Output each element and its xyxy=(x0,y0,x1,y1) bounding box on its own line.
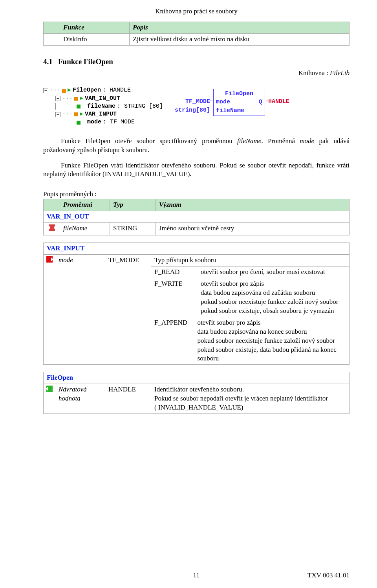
th-typ: Typ xyxy=(110,199,156,211)
leaf-icon xyxy=(77,121,81,125)
fb-port-mode: mode xyxy=(214,98,230,107)
fread-desc: otevřít soubor pro čtení, soubor musí ex… xyxy=(201,268,325,277)
funkce-table: Funkce Popis DiskInfo Zjistit velikost d… xyxy=(43,22,350,46)
tree-filename: │ fileName : STRING [80] xyxy=(43,103,163,110)
library-line: Knihovna : FileLib xyxy=(43,69,350,78)
fb-port-filename: fileName xyxy=(214,107,244,116)
fwrite-name: F_WRITE xyxy=(154,279,194,316)
var-in-out-row: VAR_IN_OUT xyxy=(44,211,350,223)
expand-icon: − xyxy=(55,112,60,117)
fread-name: F_READ xyxy=(154,268,194,277)
section-number: 4.1 xyxy=(43,57,53,66)
fappend-desc: otevřít soubor pro zápis data budou zapi… xyxy=(198,318,346,364)
page-number: 11 xyxy=(146,571,247,580)
block-icon xyxy=(62,89,66,93)
doc-number: TXV 003 41.01 xyxy=(249,571,350,580)
tree-var-input: −··· ▶ VAR_INPUT xyxy=(43,110,163,118)
leaf-icon xyxy=(77,105,81,108)
th-popis: Popis xyxy=(130,22,350,33)
th-vyznam: Význam xyxy=(156,199,350,211)
filename-row: fileName STRING Jméno souboru včetně ces… xyxy=(44,223,350,235)
fb-port-q: Q xyxy=(259,98,265,107)
tree-view: −··· ▶ FileOpen : HANDLE −··· ▶ VAR_IN_O… xyxy=(43,86,163,126)
doc-header: Knihovna pro práci se soubory xyxy=(43,7,350,16)
inout-icon xyxy=(49,224,55,231)
th-funkce: Funkce xyxy=(60,22,130,33)
cell-funkce-name: DiskInfo xyxy=(60,33,130,45)
popis-table-return: FileOpen Návratová hodnota HANDLE Identi… xyxy=(43,372,350,414)
var-input-row: VAR_INPUT xyxy=(44,243,350,255)
section-heading: 4.1 Funkce FileOpen xyxy=(43,57,350,67)
function-block-diagram: TF_MODE string[80] FileOpen mode Q fileN… xyxy=(175,89,289,116)
block-icon xyxy=(74,97,78,101)
diagram-row: −··· ▶ FileOpen : HANDLE −··· ▶ VAR_IN_O… xyxy=(43,86,350,126)
return-row: Návratová hodnota HANDLE Identifikátor o… xyxy=(44,384,350,414)
output-icon xyxy=(46,386,53,392)
popis-label: Popis proměnných : xyxy=(43,190,350,199)
mode-row: mode TF_MODE Typ přístupu k souboru xyxy=(44,255,350,266)
fileopen-label-row: FileOpen xyxy=(44,372,350,384)
input-icon xyxy=(46,256,53,263)
fappend-name: F_APPEND xyxy=(154,318,190,364)
fb-title: FileOpen xyxy=(214,89,265,98)
popis-table-input: VAR_INPUT mode TF_MODE Typ přístupu k so… xyxy=(43,243,350,365)
paragraph-2: Funkce FileOpen vrátí identifikátor otev… xyxy=(43,161,350,179)
section-title: Funkce FileOpen xyxy=(58,57,113,66)
expand-icon: − xyxy=(55,96,60,101)
popis-table: Proměnná Typ Význam VAR_IN_OUT fileName … xyxy=(43,199,350,235)
page-footer: 11 TXV 003 41.01 xyxy=(43,571,350,580)
expand-icon: − xyxy=(43,88,48,93)
cell-funkce-desc: Zjistit velikost disku a volné místo na … xyxy=(130,33,350,45)
fwrite-desc: otevřít soubor pro zápis data budou zapi… xyxy=(201,279,338,316)
th-promenna: Proměnná xyxy=(60,199,110,211)
block-icon xyxy=(74,112,78,116)
tree-root: −··· ▶ FileOpen : HANDLE xyxy=(43,86,163,94)
table-row: DiskInfo Zjistit velikost disku a volné … xyxy=(44,33,350,45)
tree-var-in-out: −··· ▶ VAR_IN_OUT xyxy=(43,95,163,103)
tree-mode: mode : TF_MODE xyxy=(43,118,163,126)
paragraph-1: Funkce FileOpen otevře soubor specifikov… xyxy=(43,137,350,155)
